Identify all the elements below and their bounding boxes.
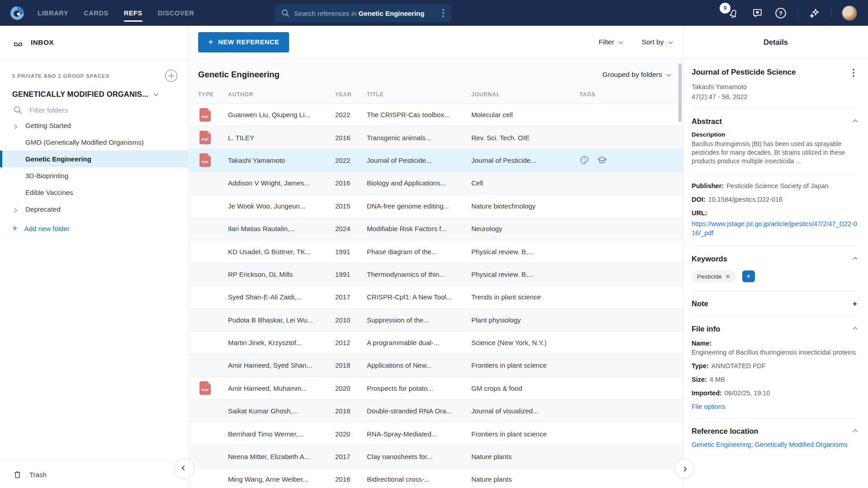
keywords-section-header[interactable]: Keywords [692, 255, 857, 263]
sidebar-item-trash[interactable]: Trash [0, 461, 188, 488]
help-button[interactable]: ? [774, 6, 787, 20]
cell-author: L. TILEY [228, 134, 335, 142]
sidebar-folder-genetic-engineering[interactable]: Genetic Engineering [0, 151, 188, 167]
note-section-header[interactable]: Note + [692, 299, 857, 308]
cell-author: KD Usadel, G Büttner, TK... [228, 248, 335, 256]
collapse-details-button[interactable] [674, 459, 694, 479]
sidebar-folder-edible-vaccines[interactable]: Edible Vaccines [0, 184, 188, 201]
nav-tab-discover[interactable]: DISCOVER [158, 0, 194, 26]
table-row[interactable]: Ming Wang, Arne Weiber...2016Bidirection… [189, 468, 683, 488]
filter-folders-input[interactable] [29, 106, 147, 114]
cell-year: 1991 [335, 270, 367, 278]
keyword-chip[interactable]: Pesticide✕ [692, 270, 736, 283]
add-keyword-button[interactable]: + [742, 270, 755, 282]
list-scrollbar[interactable] [678, 63, 682, 122]
graduation-cap-icon[interactable] [597, 155, 607, 166]
add-space-button[interactable] [165, 70, 177, 82]
nav-tab-library[interactable]: LIBRARY [38, 0, 68, 26]
pdf-file-icon: PDF [199, 153, 211, 167]
cell-journal: Rev. Sci. Tech. OIE [471, 134, 579, 142]
sidebar-folder-gmo-genetically-modified-organisms[interactable]: GMO (Genetically Modified Organisms) [0, 134, 188, 151]
url-link[interactable]: https://www.jstage.jst.go.jp/article/jpe… [692, 219, 857, 238]
main-panel: + NEW REFERENCE Filter Sort by Genetic E… [189, 26, 683, 488]
table-row[interactable]: PDFTakashi Yamamoto2022Journal of Pestic… [189, 149, 683, 171]
reference-menu-kebab-icon[interactable] [850, 68, 857, 79]
cell-tags [579, 155, 683, 166]
details-panel-title: Details [764, 38, 788, 47]
table-row[interactable]: Je Wook Woo, Jungeun...2015DNA-free geno… [189, 194, 683, 217]
table-row[interactable]: PDFAmir Hameed, Muhamm...2020Prospects f… [189, 377, 683, 399]
sidebar-folder-3d-bioprinting[interactable]: 3D-Bioprinting [0, 167, 188, 184]
pdf-file-icon: PDF [199, 381, 211, 395]
file-info-section-header[interactable]: File info [692, 325, 857, 333]
sidebar-folder-deprecated[interactable]: Deprecated [0, 201, 188, 218]
keyword-chip-label: Pesticide [697, 273, 722, 280]
column-header-title[interactable]: TITLE [367, 91, 471, 98]
table-row[interactable]: RP Erickson, DL Mills1991Thermodynamics … [189, 263, 683, 285]
chevron-right-icon [682, 467, 687, 472]
user-avatar[interactable] [842, 5, 857, 21]
sidebar-folder-getting-started[interactable]: Getting Started [0, 117, 188, 134]
trash-label: Trash [29, 471, 47, 479]
table-row[interactable]: Saikat Kumar Ghosh,...2018Double-strande… [189, 399, 683, 422]
cell-title: Applications of New... [367, 361, 471, 369]
column-header-type[interactable]: TYPE [198, 91, 228, 98]
abstract-section-header[interactable]: Abstract [692, 117, 857, 126]
table-row[interactable]: Martin Jinek, Krzysztof...2012A programm… [189, 331, 683, 354]
cell-title: DNA-free genome editing... [367, 202, 471, 210]
table-row[interactable]: Syed Shan-E-Ali Zaidi,...2017CRISPR-Cpf1… [189, 285, 683, 308]
search-input[interactable]: Search references in Genetic Engineering [275, 4, 451, 22]
table-row[interactable]: Ilari Matias Rautalin,...2024Modifiable … [189, 217, 683, 240]
chevron-right-icon[interactable] [13, 205, 16, 213]
grouping-dropdown[interactable]: Grouped by folders [602, 71, 669, 79]
table-row[interactable]: PDFL. TILEY2016Transgenic animals...Rev.… [189, 126, 683, 148]
remove-keyword-icon[interactable]: ✕ [726, 273, 730, 280]
cell-author: Ming Wang, Arne Weiber... [228, 475, 335, 483]
feedback-button[interactable] [750, 6, 764, 20]
add-note-button[interactable]: + [853, 300, 857, 308]
table-row[interactable]: Addison V Wright, James...2016Biology an… [189, 171, 683, 194]
chevron-right-icon[interactable] [13, 122, 16, 129]
add-new-folder-button[interactable]: + Add new folder [12, 224, 188, 233]
sort-by-dropdown[interactable]: Sort by [641, 38, 671, 46]
whats-new-button[interactable] [808, 6, 821, 20]
cell-journal: Nature biotechnology [471, 202, 579, 210]
file-options-link[interactable]: File options [692, 403, 857, 410]
column-header-author[interactable]: AUTHOR [228, 91, 335, 98]
app-logo-icon[interactable] [9, 5, 25, 21]
table-row[interactable]: Pudota B Bhaskar, Lei Wu...2010Suppressi… [189, 308, 683, 331]
nav-tab-cards[interactable]: CARDS [84, 0, 109, 26]
table-row[interactable]: Bernhard Timo Werner,...2020RNA-Spray-Me… [189, 422, 683, 445]
search-icon [281, 9, 289, 17]
column-header-year[interactable]: YEAR [335, 91, 367, 98]
cell-year: 2012 [335, 339, 367, 346]
reference-location-section-header[interactable]: Reference location [692, 427, 857, 436]
cell-author: Amir Hameed, Syed Shan... [228, 361, 335, 369]
reference-location-link[interactable]: Genetic Engineering; Genetically Modifie… [692, 441, 857, 448]
cell-title: Modifiable Risk Factors f... [367, 225, 471, 232]
abstract-text: Bacillus thuringiensis (Bt) has been use… [692, 140, 857, 166]
table-row[interactable]: Amir Hameed, Syed Shan...2018Application… [189, 354, 683, 376]
table-row[interactable]: Neena Mitter, Elizabeth A...2017Clay nan… [189, 445, 683, 468]
cell-title: Clay nanosheets for... [367, 453, 471, 460]
cell-journal: Trends in plant science [471, 293, 579, 301]
search-placeholder: Search references in Genetic Engineering [294, 9, 440, 17]
plus-icon: + [208, 37, 213, 47]
reference-author: Takashi Yamamoto [692, 83, 857, 90]
collapse-sidebar-button[interactable] [174, 459, 194, 479]
search-options-kebab-icon[interactable] [440, 7, 447, 19]
table-row[interactable]: KD Usadel, G Büttner, TK...1991Phase dia… [189, 240, 683, 262]
notifications-button[interactable]: 9 [727, 6, 740, 20]
new-reference-button[interactable]: + NEW REFERENCE [198, 32, 289, 52]
workspace-selector[interactable]: GENETICALLY MODIFIED ORGANIS... [12, 90, 177, 99]
filter-dropdown[interactable]: Filter [598, 38, 621, 46]
column-header-tags[interactable]: TAGS [579, 91, 683, 98]
sidebar-item-inbox[interactable]: INBOX [0, 26, 188, 59]
column-header-journal[interactable]: JOURNAL [471, 91, 579, 98]
nav-tab-refs[interactable]: REFS [124, 0, 142, 26]
cell-author: Neena Mitter, Elizabeth A... [228, 453, 335, 460]
table-row[interactable]: PDFGuanwen Liu, Qiupeng Li...2022The CRI… [189, 103, 683, 126]
list-title: Genetic Engineering [198, 70, 280, 80]
file-imported-row: Imported:06/02/25, 19:10 [692, 389, 857, 397]
palette-icon[interactable] [579, 155, 589, 165]
